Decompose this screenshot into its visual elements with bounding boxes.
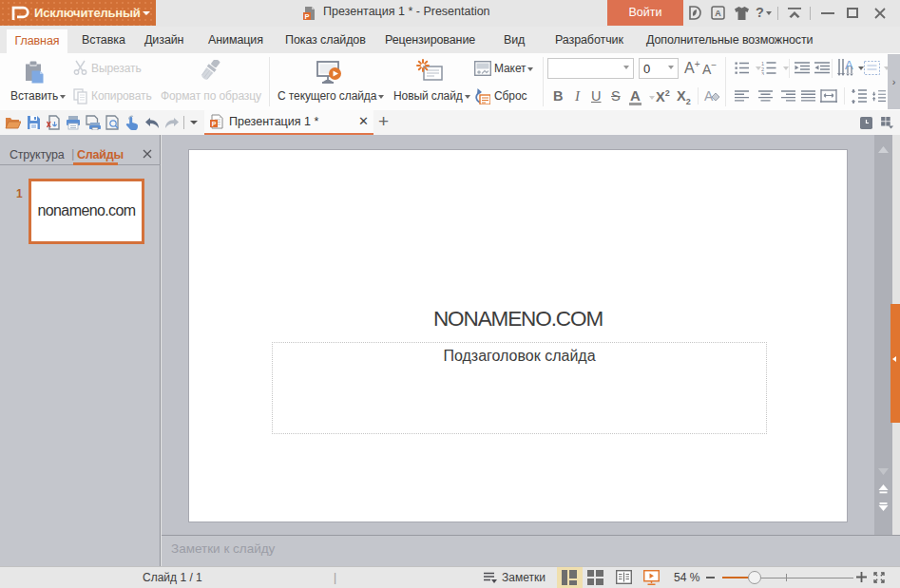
svg-text:P: P [212,121,217,127]
svg-text:P: P [304,12,309,21]
svg-text:A: A [715,9,721,18]
svg-text:A: A [845,59,853,72]
svg-text:3: 3 [761,71,764,76]
